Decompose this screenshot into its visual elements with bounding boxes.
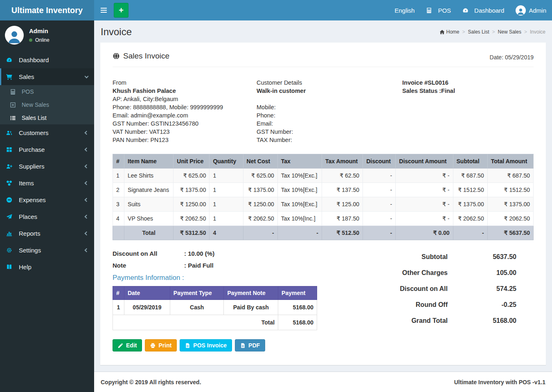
sidebar-item-help[interactable]: Help [0, 259, 94, 275]
cell: - [363, 183, 396, 197]
top-navbar: Ultimate Inventory + English POS Dashboa… [0, 0, 552, 20]
print-button[interactable]: Print [145, 339, 177, 351]
cell: ₹ 125.00 [322, 197, 363, 212]
sidebar-menu: Dashboard Sales POS New Sales Sales List [0, 52, 94, 275]
breadcrumb-home[interactable]: Home [439, 29, 460, 35]
column-header: Subtotal [453, 154, 487, 169]
cell: ₹ 62.50 [322, 169, 363, 183]
sidebar-item-label: Dashboard [19, 56, 49, 63]
chevron-left-icon [85, 215, 89, 219]
brand-logo[interactable]: Ultimate Inventory [0, 0, 94, 20]
cell: ₹ 2062.50 [243, 212, 277, 226]
sidebar-item-pos[interactable]: POS [0, 85, 94, 98]
cell: Lee Shirts [124, 169, 173, 183]
button-label: Edit [126, 342, 137, 349]
cell: - [363, 169, 396, 183]
cell: Tax 10%[Exc.] [277, 197, 322, 212]
sidebar-item-settings[interactable]: Settings [0, 242, 94, 259]
sidebar-user-status[interactable]: Online [29, 37, 50, 43]
customer-phone: Phone: [257, 111, 402, 119]
customer-info: Customer Details Walk-in customer Mobile… [257, 79, 402, 144]
sidebar-item-items[interactable]: Items [0, 175, 94, 191]
cell: ₹ 137.50 [322, 183, 363, 197]
navbar-right: English POS Dashboard Admin [389, 5, 552, 16]
nav-dashboard-label: Dashboard [474, 7, 504, 14]
cell: ₹ 2062.50 [173, 212, 210, 226]
sidebar-item-dashboard[interactable]: Dashboard [0, 52, 94, 68]
cell: 1 [113, 169, 124, 183]
pdf-button[interactable]: PDF [235, 339, 265, 351]
chevron-left-icon [85, 232, 89, 236]
cell: VP Shoes [124, 212, 173, 226]
payments-table-head: # Date Payment Type Payment Note Payment [113, 286, 317, 300]
language-label: English [394, 7, 415, 14]
edit-button[interactable]: Edit [113, 339, 142, 351]
cell: 1 [210, 169, 243, 183]
cell: Tax 10%[Inc.] [277, 212, 322, 226]
summary-label: Grand Total [411, 317, 448, 324]
summary-label: Discount on All [400, 285, 448, 293]
invoice-lower-section: Discount on All : 10.00 (%) Note : Paid … [113, 250, 534, 351]
quick-add-button[interactable]: + [114, 3, 128, 18]
nav-dashboard-link[interactable]: Dashboard [457, 5, 510, 16]
sidebar-item-places[interactable]: Places [0, 208, 94, 225]
seller-address: AP: Ankali, City:Belgaum [113, 95, 257, 103]
sidebar-item-expenses[interactable]: Expenses [0, 191, 94, 208]
column-header: Unit Price [173, 154, 210, 169]
cell [113, 226, 124, 240]
pos-invoice-button[interactable]: POS Invoice [180, 339, 232, 351]
cell: 5168.00 [278, 300, 317, 315]
breadcrumb-label: Home [446, 29, 460, 35]
sidebar-item-label: Customers [19, 129, 49, 136]
discount-on-all-label: Discount on All [113, 250, 184, 257]
column-header: Discount Amount [396, 154, 453, 169]
summary-label: Subtotal [421, 253, 448, 261]
cell: ₹ 1512.50 [487, 183, 533, 197]
invoice-items-table: # Item Name Unit Price Quantity Net Cost… [113, 154, 534, 240]
gears-icon [6, 247, 16, 253]
breadcrumb-new-sales[interactable]: New Sales [498, 29, 521, 35]
cell: 1 [210, 197, 243, 212]
user-plus-icon [6, 163, 16, 169]
content-area: Invoice Home > Sales List > New Sales > … [94, 20, 552, 372]
from-heading: From [113, 79, 257, 87]
sidebar-item-purchase[interactable]: Purchase [0, 141, 94, 158]
note-label: Note [113, 262, 184, 269]
chevron-left-icon [85, 164, 89, 169]
sidebar-item-sales-list[interactable]: Sales List [0, 111, 94, 124]
sidebar-item-customers[interactable]: Customers [0, 124, 94, 141]
minus-circle-icon [6, 197, 16, 203]
user-menu[interactable]: Admin [510, 5, 552, 16]
seller-gst: GST Number: GSTIN123456780 [113, 119, 257, 128]
cell: ₹ - [396, 197, 453, 212]
column-header: # [113, 154, 124, 169]
chevron-left-icon [85, 148, 89, 152]
sidebar-item-sales[interactable]: Sales [0, 68, 94, 85]
breadcrumb-sales-list[interactable]: Sales List [468, 29, 489, 35]
sidebar-item-label: New Sales [22, 101, 49, 108]
cell: Tax 10%[Exc.] [277, 169, 322, 183]
button-label: PDF [248, 342, 260, 349]
customer-gst: GST Number: [257, 128, 402, 136]
sidebar-item-new-sales[interactable]: New Sales [0, 98, 94, 111]
cell: ₹ 1250.00 [173, 197, 210, 212]
language-menu[interactable]: English [389, 5, 420, 16]
nav-pos-link[interactable]: POS [420, 5, 457, 16]
cell: ₹ - [396, 183, 453, 197]
invoice-lower-left: Discount on All : 10.00 (%) Note : Paid … [113, 250, 317, 351]
seller-vat: VAT Number: VAT123 [113, 128, 257, 136]
cell: ₹ 5312.50 [173, 226, 210, 240]
sidebar-toggle-button[interactable] [94, 0, 113, 20]
file-pdf-icon [240, 343, 246, 348]
cell: Suits [124, 197, 173, 212]
cell: Cash [170, 300, 224, 315]
summary-value: 574.25 [448, 285, 516, 293]
sidebar-item-suppliers[interactable]: Suppliers [0, 158, 94, 175]
sales-status: Sales Status :Final [402, 87, 534, 95]
sidebar-item-reports[interactable]: Reports [0, 225, 94, 242]
seller-pan: PAN Number: PN123 [113, 136, 257, 144]
chevron-left-icon [85, 248, 89, 252]
dashboard-icon [6, 57, 16, 63]
avatar [5, 26, 24, 45]
printer-icon [150, 343, 155, 348]
